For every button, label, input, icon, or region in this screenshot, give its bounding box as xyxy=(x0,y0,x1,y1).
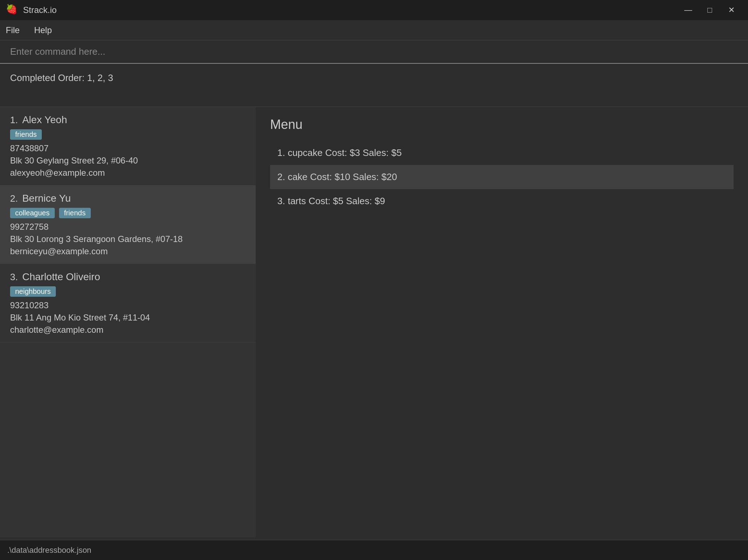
contact-header-1: 1. Alex Yeoh xyxy=(10,114,246,126)
menu-title: Menu xyxy=(270,117,734,132)
contact-tags-2: colleagues friends xyxy=(10,208,246,218)
statusbar-text: .\data\addressbook.json xyxy=(7,546,91,555)
contact-item-2[interactable]: 2. Bernice Yu colleagues friends 9927275… xyxy=(0,185,256,264)
output-area: Completed Order: 1, 2, 3 xyxy=(0,64,748,107)
contact-email-2: berniceyu@example.com xyxy=(10,246,246,256)
tag-friends-2: friends xyxy=(59,208,91,218)
contact-phone-1: 87438807 xyxy=(10,143,246,153)
contact-phone-2: 99272758 xyxy=(10,222,246,232)
output-text: Completed Order: 1, 2, 3 xyxy=(10,72,113,83)
maximize-button[interactable]: □ xyxy=(699,0,721,20)
contact-item-1[interactable]: 1. Alex Yeoh friends 87438807 Blk 30 Gey… xyxy=(0,107,256,185)
menu-file[interactable]: File xyxy=(6,25,20,35)
tag-colleagues-2: colleagues xyxy=(10,208,55,218)
titlebar-controls: — □ ✕ xyxy=(677,0,742,20)
titlebar-left: 🍓 Strack.io xyxy=(6,4,57,17)
menu-item-1-text: 1. cupcake Cost: $3 Sales: $5 xyxy=(277,147,402,158)
contact-header-2: 2. Bernice Yu xyxy=(10,193,246,204)
contact-tags-3: neighbours xyxy=(10,286,246,297)
contact-email-1: alexyeoh@example.com xyxy=(10,168,246,178)
minimize-button[interactable]: — xyxy=(677,0,699,20)
menu-item-2-text: 2. cake Cost: $10 Sales: $20 xyxy=(277,171,397,182)
contact-number-2: 2. xyxy=(10,193,18,204)
contact-item-3[interactable]: 3. Charlotte Oliveiro neighbours 9321028… xyxy=(0,264,256,342)
close-button[interactable]: ✕ xyxy=(721,0,742,20)
menu-item-1[interactable]: 1. cupcake Cost: $3 Sales: $5 xyxy=(270,141,734,165)
menu-help[interactable]: Help xyxy=(34,25,52,35)
contact-name-2: Bernice Yu xyxy=(22,193,71,204)
contact-number-3: 3. xyxy=(10,272,18,283)
menu-item-2[interactable]: 2. cake Cost: $10 Sales: $20 xyxy=(270,165,734,189)
titlebar: 🍓 Strack.io — □ ✕ xyxy=(0,0,748,20)
contacts-panel[interactable]: 1. Alex Yeoh friends 87438807 Blk 30 Gey… xyxy=(0,107,256,537)
contact-address-1: Blk 30 Geylang Street 29, #06-40 xyxy=(10,156,246,166)
menu-item-3-text: 3. tarts Cost: $5 Sales: $9 xyxy=(277,196,385,206)
contact-phone-3: 93210283 xyxy=(10,300,246,310)
contact-email-3: charlotte@example.com xyxy=(10,325,246,335)
app-title: Strack.io xyxy=(23,5,57,15)
contact-tags-1: friends xyxy=(10,129,246,140)
contact-name-1: Alex Yeoh xyxy=(22,114,67,126)
statusbar: .\data\addressbook.json xyxy=(0,540,748,560)
contact-address-2: Blk 30 Lorong 3 Serangoon Gardens, #07-1… xyxy=(10,234,246,244)
tag-friends-1: friends xyxy=(10,129,42,140)
command-input[interactable] xyxy=(10,46,738,57)
contact-header-3: 3. Charlotte Oliveiro xyxy=(10,271,246,283)
contact-number-1: 1. xyxy=(10,115,18,126)
contact-name-3: Charlotte Oliveiro xyxy=(22,271,100,283)
tag-neighbours-3: neighbours xyxy=(10,286,56,297)
menu-panel: Menu 1. cupcake Cost: $3 Sales: $5 2. ca… xyxy=(256,107,748,537)
command-area xyxy=(0,40,748,64)
contact-address-3: Blk 11 Ang Mo Kio Street 74, #11-04 xyxy=(10,313,246,323)
menu-item-3[interactable]: 3. tarts Cost: $5 Sales: $9 xyxy=(270,189,734,213)
main-content: 1. Alex Yeoh friends 87438807 Blk 30 Gey… xyxy=(0,107,748,537)
menubar: File Help xyxy=(0,20,748,40)
app-icon: 🍓 xyxy=(6,4,19,17)
